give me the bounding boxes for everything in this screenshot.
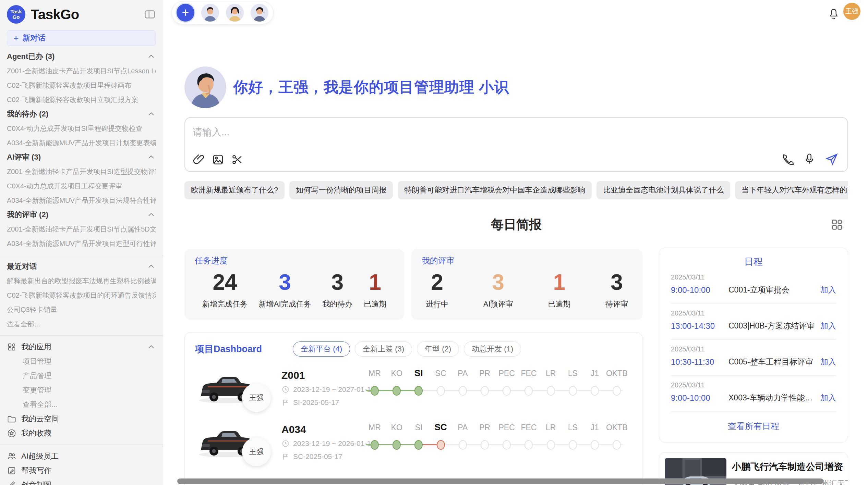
recent-conversation-item[interactable]: 查看全部... — [7, 317, 156, 331]
milestone-dot[interactable] — [481, 386, 489, 396]
member-avatar-1[interactable] — [201, 4, 219, 22]
join-link[interactable]: 加入 — [820, 357, 836, 367]
microphone-icon[interactable] — [803, 152, 816, 165]
member-avatar-2[interactable] — [226, 4, 244, 22]
suggestion-chip[interactable]: 如何写一份清晰的项目周报 — [289, 181, 393, 199]
write-icon — [7, 466, 16, 475]
send-icon[interactable] — [825, 152, 839, 166]
sidebar-item[interactable]: C0X4-动力总成开发项目工程变更评审 — [7, 179, 156, 193]
my-apps-subitem[interactable]: 变更管理 — [7, 383, 156, 397]
recent-conversation-item[interactable]: 解释最新出台的欧盟报废车法规再生塑料比例被调至15%... — [7, 274, 156, 288]
chevron-up-icon[interactable] — [146, 262, 156, 271]
sidebar-item[interactable]: C0X4-动力总成开发项目SI里程碑提交物检查 — [7, 121, 156, 136]
milestone-dot[interactable] — [437, 440, 445, 450]
sidebar-item-creative-drawing[interactable]: 创意制图 — [7, 478, 156, 485]
milestone-dot[interactable] — [525, 440, 533, 450]
milestone-dot[interactable] — [437, 386, 445, 396]
sidebar-collapse-icon[interactable] — [144, 8, 156, 21]
milestone-dot[interactable] — [503, 386, 511, 396]
project-code[interactable]: A034 — [281, 424, 306, 435]
stat-value: 3 — [259, 270, 311, 295]
stat-item: 3AI预评审 — [483, 270, 513, 309]
project-row: 王强Z0012023-12-19 ~ 2027-01-19SI-2025-05-… — [185, 364, 642, 418]
suggestion-chip[interactable]: 特朗普可能对进口汽车增税会对中国车企造成哪些影响 — [398, 181, 592, 199]
notifications-bell-icon[interactable] — [828, 8, 840, 20]
milestone-dot[interactable] — [569, 440, 577, 450]
dashboard-tab[interactable]: 全新平台 (4) — [293, 341, 350, 357]
chevron-up-icon[interactable] — [146, 152, 156, 162]
milestone-dot[interactable] — [459, 440, 467, 450]
project-code[interactable]: Z001 — [281, 370, 305, 381]
paperclip-icon[interactable] — [193, 153, 205, 166]
join-link[interactable]: 加入 — [820, 393, 836, 403]
sidebar-item[interactable]: C02-飞腾新能源轻客改款项目里程碑画布 — [7, 78, 156, 92]
app-title: TaskGo — [31, 7, 79, 22]
milestone-dot[interactable] — [547, 386, 555, 396]
sidebar-item[interactable]: Z001-全新燃油轻卡产品开发项目SI造型提交物评审 — [7, 164, 156, 179]
dashboard-tab[interactable]: 动总开发 (1) — [464, 341, 521, 357]
milestone-dot[interactable] — [393, 386, 401, 396]
join-link[interactable]: 加入 — [820, 321, 836, 331]
milestone-dot[interactable] — [414, 386, 423, 396]
scissors-icon[interactable] — [231, 153, 243, 166]
sidebar-item-ai-super-staff[interactable]: AI超级员工 — [7, 449, 156, 463]
milestone-dot[interactable] — [525, 386, 533, 396]
sidebar-item-cloud-space[interactable]: 我的云空间 — [7, 412, 156, 426]
milestone-dot[interactable] — [481, 440, 489, 450]
my-apps-subitem[interactable]: 项目管理 — [7, 354, 156, 369]
my-apps-subitem[interactable]: 产品管理 — [7, 369, 156, 383]
sidebar-item[interactable]: Z001-全新燃油皮卡产品开发项目SI节点Lesson Learn报告 — [7, 64, 156, 78]
view-all-schedule-link[interactable]: 查看所有日程 — [671, 421, 836, 432]
sidebar-item-help-me-write[interactable]: 帮我写作 — [7, 463, 156, 478]
milestone-dot[interactable] — [547, 440, 555, 450]
milestone-dot[interactable] — [393, 440, 401, 450]
milestone-dot[interactable] — [613, 440, 621, 450]
join-link[interactable]: 加入 — [820, 285, 836, 295]
dashboard-header: 项目Dashboard 全新平台 (4)全新上装 (3)年型 (2)动总开发 (… — [185, 333, 642, 357]
milestone-dot[interactable] — [371, 386, 379, 396]
chevron-up-icon[interactable] — [146, 109, 156, 119]
milestone-dot[interactable] — [569, 386, 577, 396]
dashboard-tab[interactable]: 年型 (2) — [417, 341, 459, 357]
layout-grid-icon[interactable] — [830, 218, 844, 232]
milestone-dot[interactable] — [371, 440, 379, 450]
sidebar-item[interactable]: Z001-全新燃油轻卡产品开发项目SI节点属性5D文件评审 — [7, 222, 156, 236]
stat-item: 24新增完成任务 — [202, 270, 248, 309]
sidebar-item-favorites[interactable]: 我的收藏 — [7, 426, 156, 440]
milestone-dot[interactable] — [591, 440, 599, 450]
user-avatar[interactable]: 王强 — [843, 3, 860, 20]
plus-icon: + — [13, 33, 19, 43]
milestone-dot[interactable] — [613, 386, 621, 396]
milestone-dot[interactable] — [503, 440, 511, 450]
recent-conversation-item[interactable]: 公司Q3轻卡销量 — [7, 302, 156, 317]
my-apps-subitem[interactable]: 查看全部... — [7, 397, 156, 412]
milestone-dot[interactable] — [591, 386, 599, 396]
sidebar-item[interactable]: A034-全新新能源MUV产品开发项目计划变更表编写 — [7, 136, 156, 150]
suggestion-chip[interactable]: 当下年轻人对汽车外观有怎样的喜好趋势 — [735, 181, 848, 199]
stat-item: 3新增AI完成任务 — [259, 270, 311, 309]
chat-input[interactable] — [193, 123, 604, 142]
new-chat-button[interactable]: + 新对话 — [7, 30, 156, 46]
suggestion-chip[interactable]: 比亚迪全固态电池计划具体说了什么 — [596, 181, 730, 199]
image-icon[interactable] — [212, 153, 224, 166]
horizontal-scrollbar[interactable] — [177, 478, 823, 484]
sidebar-item[interactable]: A034-全新新能源MUV产品开发项目造型可行性评审 — [7, 236, 156, 251]
chevron-up-icon[interactable] — [146, 210, 156, 220]
sidebar-item[interactable]: A034-全新新能源MUV产品开发项目法规符合性评审 — [7, 193, 156, 208]
milestone-dot[interactable] — [459, 386, 467, 396]
phone-icon[interactable] — [781, 152, 794, 165]
sidebar-item-my-apps[interactable]: 我的应用 — [7, 340, 156, 354]
dashboard-tab[interactable]: 全新上装 (3) — [355, 341, 412, 357]
assistant-avatar — [184, 66, 226, 108]
sidebar-item[interactable]: C02-飞腾新能源轻客改款项目立项汇报方案 — [7, 92, 156, 107]
stat-item: 1已逾期 — [548, 270, 570, 309]
milestone-dot[interactable] — [414, 440, 423, 450]
member-avatar-3[interactable] — [251, 4, 268, 22]
recent-conversation-item[interactable]: C02-飞腾新能源轻客改款项目的闭环通告反馈情况 — [7, 288, 156, 302]
chevron-up-icon[interactable] — [146, 52, 156, 61]
suggestion-chip[interactable]: 欧洲新规最近颁布了什么? — [184, 181, 285, 199]
greeting-text: 你好，王强，我是你的项目管理助理 小识 — [233, 66, 509, 108]
add-session-button[interactable]: + — [177, 4, 194, 22]
chevron-up-icon[interactable] — [146, 342, 156, 352]
stat-items: 2进行中3AI预评审1已逾期3待评审 — [411, 270, 642, 309]
